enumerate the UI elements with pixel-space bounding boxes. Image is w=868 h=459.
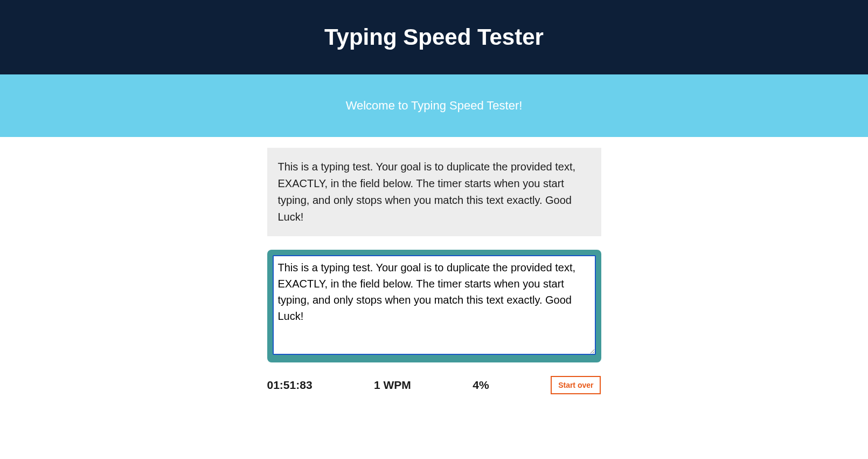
instructions-panel: This is a typing test. Your goal is to d… — [267, 148, 601, 236]
main-content: This is a typing test. Your goal is to d… — [262, 148, 607, 394]
accuracy-value: 4% — [473, 379, 489, 392]
welcome-text: Welcome to Typing Speed Tester! — [346, 99, 523, 112]
typing-box-wrapper — [267, 250, 601, 362]
page-header: Typing Speed Tester — [0, 0, 868, 74]
timer-value: 01:51:83 — [267, 379, 313, 392]
page-title: Typing Speed Tester — [11, 24, 857, 50]
welcome-banner: Welcome to Typing Speed Tester! — [0, 74, 868, 137]
wpm-value: 1 WPM — [374, 379, 411, 392]
start-over-button[interactable]: Start over — [551, 376, 601, 394]
instructions-text: This is a typing test. Your goal is to d… — [278, 161, 576, 223]
stats-bar: 01:51:83 1 WPM 4% Start over — [267, 376, 601, 394]
typing-input[interactable] — [273, 255, 596, 355]
